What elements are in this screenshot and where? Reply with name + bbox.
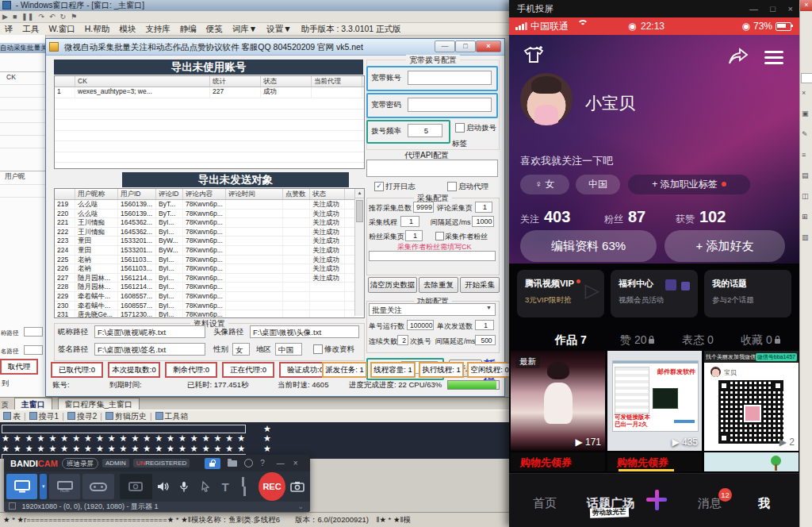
video-thumbnail[interactable]: 邮件群发软件 可发链接版本 已出一月2久 ▶ 435 [607,351,702,451]
pause-icon[interactable] [236,474,253,499]
column-header[interactable]: 状态 [261,76,312,87]
expand-caret-icon[interactable]: ⌄ [297,502,304,512]
card-my-topics[interactable]: 我的话题 参与2个话题 [704,270,791,317]
video-thumbnail[interactable]: 找个美丽发加我微信 微信号bba1457 宝贝 ▶ 2 [704,351,799,451]
add-job-tag-button[interactable]: + 添加职业标签 [628,175,750,194]
counter-button[interactable]: 正在代理:0 [222,362,274,378]
nav-create-button[interactable] [641,488,672,512]
card-welfare-center[interactable]: 福利中心 视频会员活动 [611,270,698,317]
avatar-path-input[interactable]: F:\桌面\微视\头像.txt [250,325,359,338]
author-fans-checkbox[interactable] [435,232,444,240]
screenshot-camera-icon[interactable] [288,474,308,499]
nav-topic-square[interactable]: 话题广场 劳动放光芒 [587,496,634,511]
collect-total-input[interactable]: 9999 [413,202,434,213]
stop-icon[interactable]: ■ [13,11,17,22]
table-row[interactable]: 228随月园林...1561214...ByI...78Kwvn6p... [55,283,354,292]
nick-path-input[interactable]: F:\桌面\微视\昵称.txt [94,325,205,338]
designer-proxy-button-fragment[interactable]: 取代理 [0,359,38,375]
pause-icon[interactable]: ❚❚ [21,11,33,22]
nav-messages[interactable]: 消息 12 [698,496,722,511]
tab-main-window[interactable]: 主窗口 [14,398,52,410]
column-header[interactable]: 评论ID [156,189,183,199]
scrollbar-thumb[interactable] [356,200,363,222]
video-thumbnail-partial[interactable] [704,452,799,471]
grid-icon[interactable]: ▤ [802,171,809,179]
edit-icon[interactable]: ✎ [802,130,808,138]
gender-value[interactable]: 女 [232,343,250,356]
text-overlay-icon[interactable]: T [216,474,233,499]
menu-item[interactable]: 便笺 [206,23,223,35]
panel-tab-3[interactable]: 搜寻2 [67,410,98,423]
func-delay-input[interactable]: 500 [475,335,496,345]
counter-button[interactable]: 线程容量: 1 [370,362,416,378]
table-row[interactable]: 231唐先晓Ge...1571230...ByI...78Kwvn6p... [55,310,354,318]
edit-profile-button[interactable]: 编辑资料 63% [520,230,657,262]
comment-page-input[interactable]: 1 [475,202,492,213]
modify-profile-checkbox[interactable] [313,344,323,354]
function-mode-select[interactable]: 批量关注 [369,303,496,316]
maximize-icon[interactable]: □ [770,0,776,17]
clear-history-button[interactable]: 清空历史数据 [368,277,417,293]
microphone-icon[interactable] [175,474,193,499]
broadband-account-input[interactable] [408,71,492,85]
speaker-icon[interactable] [155,474,173,499]
video-thumbnail[interactable]: 最新 ▶ 171 [511,351,605,451]
minimize-icon[interactable]: — [277,459,285,467]
dropdown-icon[interactable]: ▼ [486,305,492,310]
sign-path-input[interactable]: F:\桌面\微视\签名.txt [94,343,205,356]
column-header[interactable]: 用户ID [118,189,156,199]
video-thumbnail-partial[interactable]: 购物先领券 [511,452,605,471]
panel-tab-2[interactable]: 搜寻1 [29,410,59,423]
table-scrollbar[interactable]: ▲ [354,189,364,316]
table-row[interactable]: 224童田1533201...ByW...78Kwvn6p...关注成功 [55,246,354,256]
collect-delay-input[interactable]: 1000 [472,216,494,227]
rows-icon[interactable]: ▥ [802,233,809,241]
menu-item[interactable]: W.窗口 [49,23,75,35]
table-row[interactable]: 226老衲1561103...ByI...78Kwvn6p...关注成功 [55,264,354,274]
game-record-mode-button[interactable] [82,474,113,499]
counter-button[interactable]: 已取代理:0 [51,362,103,378]
menu-item[interactable]: 模块 [119,23,136,35]
list-icon[interactable]: ≡ [802,151,806,159]
tab-likes[interactable]: 赞 20 [620,333,654,348]
table-row[interactable]: 1wexes_authtype=3; we...227成功 [55,87,364,98]
menu-item[interactable]: 助手版本 : 3.3.0101 正式版 [301,23,401,35]
folder-icon[interactable] [228,460,237,467]
table-row[interactable]: 220么么哒1560139...ByT...78Kwvn6p...关注成功 [55,210,354,219]
column-header[interactable]: 评论时间 [226,189,283,199]
flag-icon[interactable]: ⚑ [71,11,77,22]
screen-record-mode-button[interactable] [6,474,37,499]
refresh-icon[interactable]: ↻ [60,11,67,22]
stat-following[interactable]: 关注403 [520,208,570,226]
broadband-password-input[interactable] [408,98,492,112]
fail-count-input[interactable]: 2 [397,335,408,345]
scroll-up-icon[interactable]: ▲ [355,189,364,198]
collect-ck-input[interactable] [369,251,496,261]
close-icon[interactable]: × [788,0,793,17]
dress-up-icon[interactable] [522,44,546,65]
stat-fans[interactable]: 粉丝87 [604,208,645,226]
send-count-input[interactable]: 1 [475,320,494,330]
panel-tab-5[interactable]: 工具箱 [155,410,189,423]
collect-thread-input[interactable]: 1 [400,216,419,227]
tab-window-program-set[interactable]: 窗口程序集_主窗口 [58,398,140,410]
dial-frequency-input[interactable]: 5 [408,124,442,137]
panel-tab-1[interactable]: 表 [3,410,21,423]
start-dial-checkbox[interactable] [455,123,465,133]
add-friend-button[interactable]: + 添加好友 [665,230,785,262]
menu-item[interactable]: H.帮助 [85,23,110,35]
video-thumbnail-partial[interactable]: 购物先领券 [607,452,702,471]
lock-icon[interactable] [205,458,220,469]
menu-item[interactable]: 静编 [180,23,197,35]
column-header[interactable]: 统计 [210,76,261,87]
dedup-button[interactable]: 去除重复 [419,277,458,293]
menu-icon[interactable] [764,51,783,64]
webcam-button[interactable] [120,474,152,499]
mouse-click-icon[interactable] [196,474,214,499]
mode-dropdown-icon[interactable]: ▾ [40,474,47,499]
table-row[interactable]: 225老衲1561103...ByI...78Kwvn6p...关注成功 [55,256,354,265]
window-icon[interactable]: ◫ [802,192,809,200]
counter-button[interactable]: 执行线程: 1 [419,362,464,378]
close-icon[interactable]: × [800,0,812,11]
nav-home[interactable]: 首页 [533,496,557,511]
